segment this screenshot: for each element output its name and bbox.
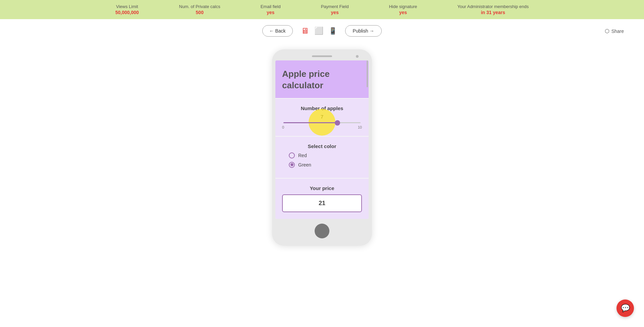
price-label: Your price xyxy=(282,185,362,191)
color-section: Select color Red Green xyxy=(275,137,369,178)
chat-button[interactable]: 💬 xyxy=(616,299,634,317)
stat-views-limit: Views Limit 50,000,000 xyxy=(115,4,139,15)
scroll-thumb xyxy=(367,60,368,87)
app-title: Apple pricecalculator xyxy=(282,68,362,91)
slider-container[interactable] xyxy=(282,122,362,123)
phone-speaker xyxy=(312,55,332,57)
mobile-icon[interactable]: 📱 xyxy=(329,28,337,34)
slider-track xyxy=(283,122,361,123)
radio-option-red[interactable]: Red xyxy=(282,152,362,158)
phone-screen-inner: Apple pricecalculator Number of apples 7 xyxy=(275,60,369,219)
publish-button[interactable]: Publish → xyxy=(345,25,382,37)
share-icon: ⬡ xyxy=(605,28,609,34)
app-header: Apple pricecalculator xyxy=(275,60,369,98)
radio-label-red: Red xyxy=(298,153,307,158)
slider-min: 0 xyxy=(282,125,284,129)
radio-label-green: Green xyxy=(298,162,311,168)
stat-email-field: Email field yes xyxy=(261,4,281,15)
price-section: Your price 21 xyxy=(275,179,369,219)
slider-section: Number of apples 7 0 10 xyxy=(275,99,369,136)
phone-screen: Apple pricecalculator Number of apples 7 xyxy=(275,60,369,219)
slider-value: 7 xyxy=(282,114,362,120)
radio-outer-red xyxy=(289,152,295,158)
chat-icon: 💬 xyxy=(621,304,630,313)
slider-label: Number of apples xyxy=(282,105,362,111)
stat-private-calcs-label: Num. of Private calcs xyxy=(179,4,220,9)
slider-thumb[interactable] xyxy=(335,120,340,126)
toolbar-center: ← Back 🖥 ⬜ 📱 Publish → xyxy=(262,25,382,37)
radio-outer-green xyxy=(289,162,295,168)
stat-email-field-value: yes xyxy=(267,10,274,15)
stat-payment-field-label: Payment Field xyxy=(321,4,349,9)
stat-views-limit-label: Views Limit xyxy=(116,4,138,9)
stat-email-field-label: Email field xyxy=(261,4,281,9)
main-content: Apple pricecalculator Number of apples 7 xyxy=(0,43,644,246)
radio-inner-green xyxy=(290,163,293,166)
toolbar: ← Back 🖥 ⬜ 📱 Publish → ⬡ Share xyxy=(0,19,644,43)
slider-fill xyxy=(283,122,337,123)
back-button-label: ← Back xyxy=(269,28,286,34)
stat-membership-value: in 31 years xyxy=(481,10,505,15)
stat-private-calcs: Num. of Private calcs 500 xyxy=(179,4,220,15)
home-button[interactable] xyxy=(315,224,329,238)
tablet-icon[interactable]: ⬜ xyxy=(314,27,323,35)
stat-views-limit-value: 50,000,000 xyxy=(115,10,139,15)
color-select-title: Select color xyxy=(282,143,362,149)
price-value: 21 xyxy=(282,194,362,212)
share-button[interactable]: ⬡ Share xyxy=(605,28,624,34)
stat-hide-signature-value: yes xyxy=(399,10,407,15)
stat-private-calcs-value: 500 xyxy=(196,10,204,15)
phone-frame: Apple pricecalculator Number of apples 7 xyxy=(272,49,372,246)
stat-hide-signature-label: Hide signature xyxy=(389,4,417,9)
scroll-indicator xyxy=(367,60,368,219)
phone-bottom xyxy=(275,224,369,238)
back-button[interactable]: ← Back xyxy=(262,25,293,37)
publish-button-label: Publish → xyxy=(353,28,374,34)
stat-payment-field-value: yes xyxy=(331,10,338,15)
desktop-icon[interactable]: 🖥 xyxy=(301,27,309,35)
slider-labels: 0 10 xyxy=(282,125,362,129)
radio-option-green[interactable]: Green xyxy=(282,162,362,168)
stats-bar: Views Limit 50,000,000 Num. of Private c… xyxy=(0,0,644,19)
share-button-label: Share xyxy=(611,28,624,34)
stat-membership: Your Administrator membership ends in 31… xyxy=(458,4,529,15)
stat-membership-label: Your Administrator membership ends xyxy=(458,4,529,9)
slider-max: 10 xyxy=(358,125,362,129)
device-icons: 🖥 ⬜ 📱 xyxy=(301,27,337,35)
phone-top-bar xyxy=(275,55,369,57)
phone-camera xyxy=(356,55,359,58)
stat-hide-signature: Hide signature yes xyxy=(389,4,417,15)
stat-payment-field: Payment Field yes xyxy=(321,4,349,15)
